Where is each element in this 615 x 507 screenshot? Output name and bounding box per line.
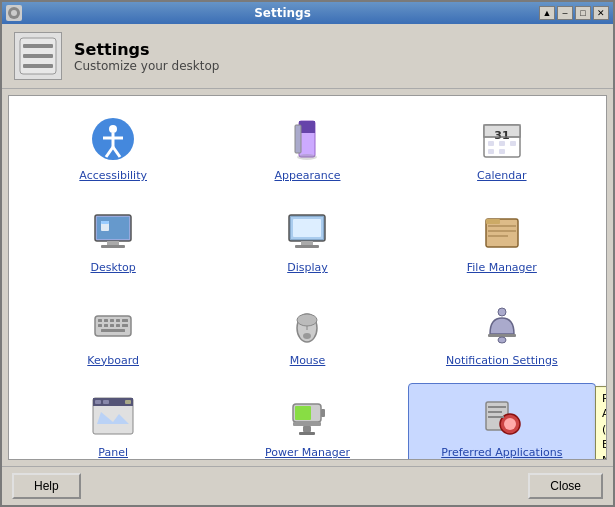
svg-rect-66 xyxy=(295,406,311,420)
header-icon xyxy=(14,32,62,80)
display-label: Display xyxy=(287,261,328,275)
svg-text:31: 31 xyxy=(494,129,509,142)
grid-item-keyboard[interactable]: Keyboard xyxy=(19,291,207,377)
svg-rect-74 xyxy=(488,406,506,408)
mouse-label: Mouse xyxy=(290,354,326,368)
svg-point-56 xyxy=(303,333,311,339)
svg-rect-68 xyxy=(293,422,321,426)
svg-rect-70 xyxy=(299,432,315,435)
svg-rect-35 xyxy=(293,219,321,237)
svg-rect-30 xyxy=(101,221,109,224)
svg-rect-48 xyxy=(104,324,108,327)
svg-rect-45 xyxy=(116,319,120,322)
grid-item-file-manager[interactable]: File Manager xyxy=(408,198,596,284)
grid-item-accessibility[interactable]: Accessibility xyxy=(19,106,207,192)
notification-icon xyxy=(478,300,526,348)
svg-rect-62 xyxy=(95,400,101,404)
preferred-apps-label: Preferred Applications xyxy=(441,446,562,460)
grid-item-appearance[interactable]: Appearance xyxy=(213,106,401,192)
header-text: Settings Customize your desktop xyxy=(74,40,219,73)
svg-rect-52 xyxy=(101,329,125,332)
svg-point-7 xyxy=(109,125,117,133)
svg-rect-37 xyxy=(486,219,500,224)
svg-rect-75 xyxy=(488,411,502,413)
accessibility-icon xyxy=(89,115,137,163)
main-window: Settings ▲ – □ ✕ Settings Customize your… xyxy=(0,0,615,507)
svg-rect-4 xyxy=(23,54,53,58)
calendar-label: Calendar xyxy=(477,169,526,183)
svg-point-55 xyxy=(297,314,317,326)
svg-rect-22 xyxy=(510,141,516,146)
svg-rect-3 xyxy=(23,44,53,48)
svg-rect-40 xyxy=(488,235,508,237)
titlebar-title: Settings xyxy=(26,6,539,20)
svg-rect-33 xyxy=(301,241,313,245)
desktop-label: Desktop xyxy=(90,261,135,275)
svg-rect-76 xyxy=(488,416,504,418)
svg-rect-20 xyxy=(488,141,494,146)
preferred-apps-icon xyxy=(478,392,526,440)
file-manager-icon xyxy=(478,207,526,255)
titlebar-app-icon xyxy=(6,5,22,21)
svg-rect-14 xyxy=(295,125,301,153)
grid-item-calendar[interactable]: 31 Calendar xyxy=(408,106,596,192)
svg-rect-5 xyxy=(23,64,53,68)
power-manager-icon xyxy=(283,392,331,440)
accessibility-label: Accessibility xyxy=(79,169,147,183)
svg-rect-46 xyxy=(122,319,128,322)
svg-rect-50 xyxy=(116,324,120,327)
notification-label: Notification Settings xyxy=(446,354,558,368)
panel-icon xyxy=(89,392,137,440)
svg-rect-38 xyxy=(488,225,516,227)
grid-item-mouse[interactable]: Mouse xyxy=(213,291,401,377)
svg-rect-21 xyxy=(499,141,505,146)
svg-point-15 xyxy=(297,154,317,160)
close-button[interactable]: Close xyxy=(528,473,603,499)
titlebar-close-button[interactable]: ✕ xyxy=(593,6,609,20)
header-title: Settings xyxy=(74,40,219,59)
settings-grid: Accessibility Appearance xyxy=(19,106,596,460)
file-manager-label: File Manager xyxy=(467,261,537,275)
titlebar: Settings ▲ – □ ✕ xyxy=(2,2,613,24)
titlebar-minimize-button[interactable]: – xyxy=(557,6,573,20)
svg-point-73 xyxy=(504,418,516,430)
grid-item-panel[interactable]: Panel xyxy=(19,383,207,460)
display-icon xyxy=(283,207,331,255)
grid-item-desktop[interactable]: Desktop xyxy=(19,198,207,284)
desktop-icon xyxy=(89,207,137,255)
titlebar-left xyxy=(2,5,26,21)
grid-item-power-manager[interactable]: Power Manager xyxy=(213,383,401,460)
header-subtitle: Customize your desktop xyxy=(74,59,219,73)
power-manager-label: Power Manager xyxy=(265,446,350,460)
preferred-apps-tooltip: Preferred Applications (Web Brow...Mail … xyxy=(595,386,607,460)
titlebar-shade-button[interactable]: ▲ xyxy=(539,6,555,20)
keyboard-icon xyxy=(89,300,137,348)
svg-rect-67 xyxy=(321,409,325,417)
appearance-icon xyxy=(283,115,331,163)
titlebar-maximize-button[interactable]: □ xyxy=(575,6,591,20)
svg-rect-27 xyxy=(107,241,119,245)
calendar-icon: 31 xyxy=(478,115,526,163)
svg-rect-43 xyxy=(104,319,108,322)
svg-rect-49 xyxy=(110,324,114,327)
svg-rect-24 xyxy=(499,149,505,154)
svg-rect-64 xyxy=(125,400,131,404)
svg-point-59 xyxy=(498,337,506,343)
svg-rect-44 xyxy=(110,319,114,322)
svg-rect-28 xyxy=(101,245,125,248)
grid-item-display[interactable]: Display xyxy=(213,198,401,284)
appearance-label: Appearance xyxy=(274,169,340,183)
footer: Help Close xyxy=(2,466,613,505)
svg-rect-63 xyxy=(103,400,109,404)
grid-item-notification[interactable]: Notification Settings xyxy=(408,291,596,377)
svg-rect-34 xyxy=(295,245,319,248)
grid-item-preferred-apps[interactable]: Preferred Applications Preferred Applica… xyxy=(408,383,596,460)
keyboard-label: Keyboard xyxy=(87,354,139,368)
settings-grid-container: Accessibility Appearance xyxy=(8,95,607,460)
header: Settings Customize your desktop xyxy=(2,24,613,89)
svg-point-57 xyxy=(498,308,506,316)
svg-point-1 xyxy=(11,10,17,16)
help-button[interactable]: Help xyxy=(12,473,81,499)
svg-rect-69 xyxy=(303,426,311,432)
svg-rect-23 xyxy=(488,149,494,154)
